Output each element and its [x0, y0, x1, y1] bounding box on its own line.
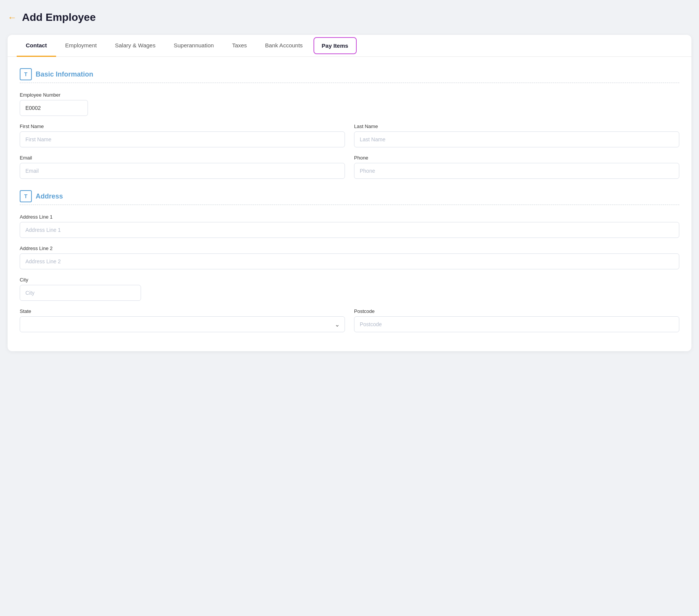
form-content: T Basic Information Employee Number Firs…: [8, 57, 691, 351]
last-name-label: Last Name: [354, 124, 679, 129]
phone-input[interactable]: [354, 163, 679, 179]
phone-group: Phone: [354, 155, 679, 179]
postcode-input[interactable]: [354, 316, 679, 332]
tab-salary-wages[interactable]: Salary & Wages: [106, 35, 165, 57]
city-label: City: [20, 277, 679, 283]
postcode-label: Postcode: [354, 308, 679, 314]
address-header: T Address: [20, 190, 679, 202]
name-row: First Name Last Name: [20, 124, 679, 147]
email-group: Email: [20, 155, 345, 179]
basic-information-divider: [20, 83, 679, 83]
employee-number-label: Employee Number: [20, 92, 679, 98]
address-line-2-group: Address Line 2: [20, 245, 679, 269]
tab-taxes[interactable]: Taxes: [223, 35, 256, 57]
address-line-2-label: Address Line 2: [20, 245, 679, 251]
phone-label: Phone: [354, 155, 679, 161]
employee-number-input[interactable]: [20, 100, 88, 116]
email-input[interactable]: [20, 163, 345, 179]
address-section: T Address: [20, 190, 679, 205]
contact-row: Email Phone: [20, 155, 679, 179]
basic-information-icon: T: [20, 68, 32, 80]
tab-bank-accounts[interactable]: Bank Accounts: [256, 35, 312, 57]
state-group: State NSW VIC QLD SA WA TAS NT ACT ⌄: [20, 308, 345, 332]
last-name-group: Last Name: [354, 124, 679, 147]
first-name-label: First Name: [20, 124, 345, 129]
tab-pay-items[interactable]: Pay Items: [313, 37, 357, 54]
page-title: Add Employee: [22, 11, 96, 23]
state-label: State: [20, 308, 345, 314]
state-select-wrapper: NSW VIC QLD SA WA TAS NT ACT ⌄: [20, 316, 345, 332]
address-line-2-input[interactable]: [20, 253, 679, 269]
tab-employment[interactable]: Employment: [56, 35, 106, 57]
employee-number-group: Employee Number: [20, 92, 679, 116]
email-label: Email: [20, 155, 345, 161]
first-name-group: First Name: [20, 124, 345, 147]
main-card: Contact Employment Salary & Wages Supera…: [8, 35, 691, 351]
tab-superannuation[interactable]: Superannuation: [165, 35, 223, 57]
address-line-1-label: Address Line 1: [20, 214, 679, 220]
basic-information-header: T Basic Information: [20, 68, 679, 80]
back-button[interactable]: ←: [8, 12, 17, 23]
tab-bar: Contact Employment Salary & Wages Supera…: [8, 35, 691, 57]
address-title: Address: [36, 192, 63, 200]
first-name-input[interactable]: [20, 131, 345, 147]
state-postcode-row: State NSW VIC QLD SA WA TAS NT ACT ⌄: [20, 308, 679, 332]
state-select[interactable]: NSW VIC QLD SA WA TAS NT ACT: [20, 316, 345, 332]
city-input[interactable]: [20, 285, 141, 301]
basic-information-title: Basic Information: [36, 70, 93, 78]
address-line-1-input[interactable]: [20, 222, 679, 238]
last-name-input[interactable]: [354, 131, 679, 147]
tab-contact[interactable]: Contact: [17, 35, 56, 57]
address-line-1-group: Address Line 1: [20, 214, 679, 238]
address-divider: [20, 205, 679, 205]
address-icon: T: [20, 190, 32, 202]
postcode-group: Postcode: [354, 308, 679, 332]
city-group: City: [20, 277, 679, 301]
